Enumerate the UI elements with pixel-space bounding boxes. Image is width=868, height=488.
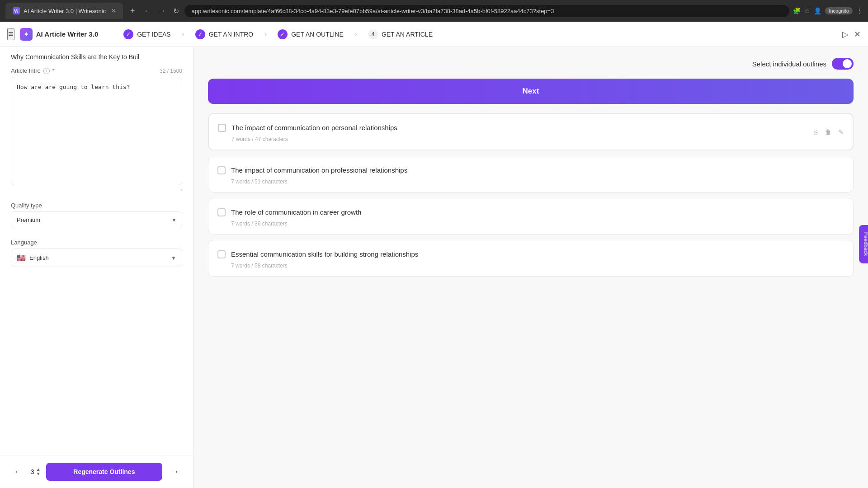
prev-page-button[interactable]: ←	[11, 465, 25, 479]
step-1-label: GET IDEAS	[137, 31, 170, 38]
delete-button-0[interactable]: 🗑	[823, 127, 833, 137]
step-3-label: GET AN OUTLINE	[291, 31, 344, 38]
step-4-label: GET AN ARTICLE	[382, 31, 433, 38]
browser-actions: 🧩 ☆ 👤 Incognito ⋮	[793, 7, 863, 14]
right-panel: Select individual outlines Next The impa…	[193, 47, 868, 488]
quality-type-label: Quality type	[11, 202, 182, 209]
page-number: 3	[31, 468, 34, 475]
hamburger-menu-button[interactable]: ≡	[7, 28, 14, 40]
language-select-wrapper: 🇺🇸 English ▼	[11, 249, 182, 267]
outline-title-2: The role of communication in career grow…	[231, 207, 844, 217]
outline-title-0: The impact of communication on personal …	[231, 123, 844, 132]
outline-checkbox-2[interactable]	[217, 208, 226, 216]
language-section: Language 🇺🇸 English ▼	[11, 234, 182, 272]
left-panel-content: Why Communication Skills are the Key to …	[0, 47, 193, 455]
outline-card-3: Essential communication skills for build…	[208, 240, 854, 277]
step-4-number: 4	[368, 29, 378, 39]
language-arrow-icon: ▼	[171, 255, 176, 261]
step-navigation: ✓ GET IDEAS › ✓ GET AN INTRO › ✓ GET AN …	[113, 29, 842, 39]
app-logo-icon: ✦	[20, 28, 33, 41]
article-intro-section: Article Intro i * 32 / 1500 ⌟	[11, 62, 182, 197]
next-page-button[interactable]: →	[168, 465, 182, 479]
browser-tab[interactable]: W AI Article Writer 3.0 | Writesonic ✕	[5, 3, 123, 19]
info-icon: i	[43, 68, 50, 74]
title-input-area: Why Communication Skills are the Key to …	[11, 47, 182, 62]
select-individual-label: Select individual outlines	[752, 60, 826, 68]
language-label: Language	[11, 239, 182, 246]
resize-handle[interactable]: ⌟	[11, 186, 182, 191]
next-button[interactable]: Next	[208, 79, 854, 104]
quality-type-select[interactable]: Premium Standard Economy	[11, 211, 182, 228]
step-2-get-intro[interactable]: ✓ GET AN INTRO	[184, 29, 264, 39]
article-intro-label: Article Intro i * 32 / 1500	[11, 67, 182, 74]
language-flag-icon: 🇺🇸	[17, 253, 26, 262]
step-4-get-article[interactable]: 4 GET AN ARTICLE	[357, 29, 443, 39]
main-layout: Why Communication Skills are the Key to …	[0, 47, 868, 488]
step-2-label: GET AN INTRO	[209, 31, 254, 38]
page-counter: 3 ▲ ▼	[31, 467, 41, 476]
outline-meta-1: 7 words / 51 characters	[231, 178, 844, 185]
article-intro-textarea[interactable]	[11, 77, 182, 185]
outline-checkbox-3[interactable]	[217, 250, 226, 258]
bookmark-icon: ☆	[804, 7, 810, 14]
quality-select-wrapper: Premium Standard Economy ▼	[11, 211, 182, 228]
tab-title: AI Article Writer 3.0 | Writesonic	[24, 8, 106, 14]
feedback-tab[interactable]: Feedback	[859, 225, 868, 263]
play-button[interactable]: ▷	[842, 29, 849, 39]
header-right: ▷ ✕	[842, 29, 861, 39]
back-button[interactable]: ←	[142, 5, 153, 17]
refresh-button[interactable]: ↻	[171, 5, 181, 17]
outline-card-1-header: The impact of communication on professio…	[217, 165, 844, 175]
forward-button[interactable]: →	[157, 5, 168, 17]
regenerate-outlines-button[interactable]: Regenerate Outlines	[46, 463, 162, 481]
quality-type-section: Quality type Premium Standard Economy ▼	[11, 197, 182, 234]
copy-button-0[interactable]: ⎘	[812, 127, 819, 137]
browser-chrome: W AI Article Writer 3.0 | Writesonic ✕ +…	[0, 0, 868, 22]
close-button[interactable]: ✕	[854, 29, 861, 39]
app-title: AI Article Writer 3.0	[36, 30, 99, 38]
outline-meta-0: 7 words / 47 characters	[231, 136, 844, 142]
required-star: *	[52, 67, 55, 74]
more-icon: ⋮	[856, 7, 863, 14]
char-count: 32 / 1500	[160, 68, 182, 74]
toggle-knob	[843, 59, 852, 68]
browser-nav: ← → ↻ app.writesonic.com/template/4af66c…	[142, 5, 863, 17]
outline-checkbox-0[interactable]	[218, 124, 226, 132]
tab-favicon: W	[13, 7, 20, 14]
outline-title-3: Essential communication skills for build…	[231, 249, 844, 259]
select-individual-toggle[interactable]	[832, 58, 854, 70]
address-bar[interactable]: app.writesonic.com/template/4af66c88-34c…	[184, 5, 790, 17]
outline-card-0-header: The impact of communication on personal …	[218, 123, 844, 132]
page-stepper[interactable]: ▲ ▼	[36, 467, 41, 476]
profile-icon: 👤	[814, 7, 821, 14]
tab-close-button[interactable]: ✕	[111, 8, 116, 14]
language-text: English	[29, 254, 167, 261]
left-panel: Why Communication Skills are the Key to …	[0, 47, 193, 488]
article-title-text: Why Communication Skills are the Key to …	[11, 52, 182, 62]
outline-card-2: The role of communication in career grow…	[208, 198, 854, 235]
extensions-icon: 🧩	[793, 7, 801, 14]
edit-button-0[interactable]: ✎	[836, 127, 845, 137]
left-panel-bottom: ← 3 ▲ ▼ Regenerate Outlines →	[0, 455, 193, 488]
outline-checkbox-1[interactable]	[217, 166, 226, 174]
outline-card-0: The impact of communication on personal …	[208, 113, 854, 150]
outline-meta-2: 7 words / 36 characters	[231, 221, 844, 227]
app-logo: ✦ AI Article Writer 3.0	[20, 28, 99, 41]
outline-card-3-header: Essential communication skills for build…	[217, 249, 844, 259]
step-3-check-icon: ✓	[278, 29, 288, 39]
step-1-check-icon: ✓	[123, 29, 133, 39]
step-2-check-icon: ✓	[195, 29, 205, 39]
step-3-get-outline[interactable]: ✓ GET AN OUTLINE	[267, 29, 354, 39]
outline-actions-0: ⎘ 🗑 ✎	[812, 127, 845, 137]
page-down-button[interactable]: ▼	[36, 472, 41, 476]
incognito-badge: Incognito	[825, 7, 853, 14]
language-select[interactable]: 🇺🇸 English ▼	[11, 249, 182, 267]
outline-title-1: The impact of communication on professio…	[231, 165, 844, 175]
step-1-get-ideas[interactable]: ✓ GET IDEAS	[113, 29, 181, 39]
select-individual-row: Select individual outlines	[208, 58, 854, 70]
outline-card-1: The impact of communication on professio…	[208, 156, 854, 192]
outline-card-2-header: The role of communication in career grow…	[217, 207, 844, 217]
app-header: ≡ ✦ AI Article Writer 3.0 ✓ GET IDEAS › …	[0, 22, 868, 47]
outline-meta-3: 7 words / 58 characters	[231, 263, 844, 269]
new-tab-button[interactable]: +	[127, 5, 139, 18]
